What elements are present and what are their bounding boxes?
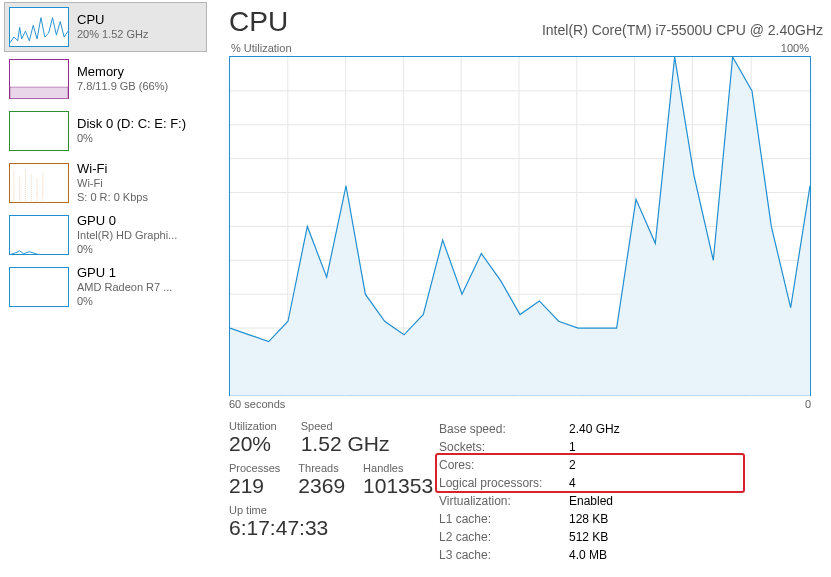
sidebar: CPU 20% 1.52 GHz Memory 7.8/11.9 GB (66%… xyxy=(0,0,207,577)
gpu1-thumb xyxy=(9,267,69,307)
sidebar-item-title: Disk 0 (D: C: E: F:) xyxy=(77,116,186,132)
cpu-model: Intel(R) Core(TM) i7-5500U CPU @ 2.40GHz xyxy=(542,22,823,38)
spec-label: Base speed: xyxy=(439,420,569,438)
sidebar-item-cpu[interactable]: CPU 20% 1.52 GHz xyxy=(4,2,207,52)
processes-value: 219 xyxy=(229,474,280,498)
chart-bottom-axis: 60 seconds 0 xyxy=(229,398,811,410)
spec-value: 128 KB xyxy=(569,510,608,528)
spec-label: Logical processors: xyxy=(439,474,569,492)
axis-bottom-left: 60 seconds xyxy=(229,398,285,410)
processes-label: Processes xyxy=(229,462,280,474)
uptime-label: Up time xyxy=(229,504,439,516)
spec-label: Cores: xyxy=(439,456,569,474)
sidebar-item-sub: Wi-Fi xyxy=(77,177,148,191)
memory-thumb xyxy=(9,59,69,99)
spec-label: L1 cache: xyxy=(439,510,569,528)
sidebar-item-sub2: 0% xyxy=(77,243,177,257)
cpu-utilization-chart xyxy=(229,56,811,396)
sidebar-item-gpu0[interactable]: GPU 0 Intel(R) HD Graphi... 0% xyxy=(4,210,207,260)
sidebar-item-title: Wi-Fi xyxy=(77,161,148,177)
page-title: CPU xyxy=(229,6,288,38)
spec-value: 1 xyxy=(569,438,576,456)
svg-rect-0 xyxy=(10,87,68,99)
handles-label: Handles xyxy=(363,462,433,474)
sidebar-item-disk0[interactable]: Disk 0 (D: C: E: F:) 0% xyxy=(4,106,207,156)
threads-value: 2369 xyxy=(298,474,345,498)
speed-label: Speed xyxy=(301,420,390,432)
main-panel: CPU Intel(R) Core(TM) i7-5500U CPU @ 2.4… xyxy=(207,0,831,577)
sidebar-item-sub2: S: 0 R: 0 Kbps xyxy=(77,191,148,205)
sidebar-item-title: GPU 1 xyxy=(77,265,172,281)
spec-value: 2 xyxy=(569,456,576,474)
spec-value: 4 xyxy=(569,474,576,492)
sidebar-item-sub: 20% 1.52 GHz xyxy=(77,28,149,42)
axis-top-left: % Utilization xyxy=(231,42,292,54)
chart-top-axis: % Utilization 100% xyxy=(229,42,811,54)
sidebar-item-title: GPU 0 xyxy=(77,213,177,229)
stats-left: Utilization 20% Speed 1.52 GHz Processes… xyxy=(229,420,439,564)
sidebar-item-sub: 0% xyxy=(77,132,186,146)
sidebar-item-sub: 7.8/11.9 GB (66%) xyxy=(77,80,168,94)
sidebar-item-title: CPU xyxy=(77,12,149,28)
sidebar-item-title: Memory xyxy=(77,64,168,80)
spec-label: Sockets: xyxy=(439,438,569,456)
cpu-thumb xyxy=(9,7,69,47)
spec-value: 2.40 GHz xyxy=(569,420,620,438)
disk-thumb xyxy=(9,111,69,151)
sidebar-item-memory[interactable]: Memory 7.8/11.9 GB (66%) xyxy=(4,54,207,104)
spec-label: L3 cache: xyxy=(439,546,569,564)
sidebar-item-sub: Intel(R) HD Graphi... xyxy=(77,229,177,243)
uptime-value: 6:17:47:33 xyxy=(229,516,439,540)
spec-value: Enabled xyxy=(569,492,613,510)
spec-value: 4.0 MB xyxy=(569,546,607,564)
stats-right: Base speed:2.40 GHz Sockets:1 Cores:2 Lo… xyxy=(439,420,811,564)
handles-value: 101353 xyxy=(363,474,433,498)
stats-section: Utilization 20% Speed 1.52 GHz Processes… xyxy=(229,420,811,564)
sidebar-item-sub: AMD Radeon R7 ... xyxy=(77,281,172,295)
axis-bottom-right: 0 xyxy=(805,398,811,410)
header: CPU Intel(R) Core(TM) i7-5500U CPU @ 2.4… xyxy=(229,6,823,38)
utilization-value: 20% xyxy=(229,432,277,456)
threads-label: Threads xyxy=(298,462,345,474)
speed-value: 1.52 GHz xyxy=(301,432,390,456)
spec-label: Virtualization: xyxy=(439,492,569,510)
utilization-label: Utilization xyxy=(229,420,277,432)
spec-label: L2 cache: xyxy=(439,528,569,546)
wifi-thumb xyxy=(9,163,69,203)
sidebar-item-wifi[interactable]: Wi-Fi Wi-Fi S: 0 R: 0 Kbps xyxy=(4,158,207,208)
gpu0-thumb xyxy=(9,215,69,255)
spec-value: 512 KB xyxy=(569,528,608,546)
sidebar-item-gpu1[interactable]: GPU 1 AMD Radeon R7 ... 0% xyxy=(4,262,207,312)
axis-top-right: 100% xyxy=(781,42,809,54)
sidebar-item-sub2: 0% xyxy=(77,295,172,309)
